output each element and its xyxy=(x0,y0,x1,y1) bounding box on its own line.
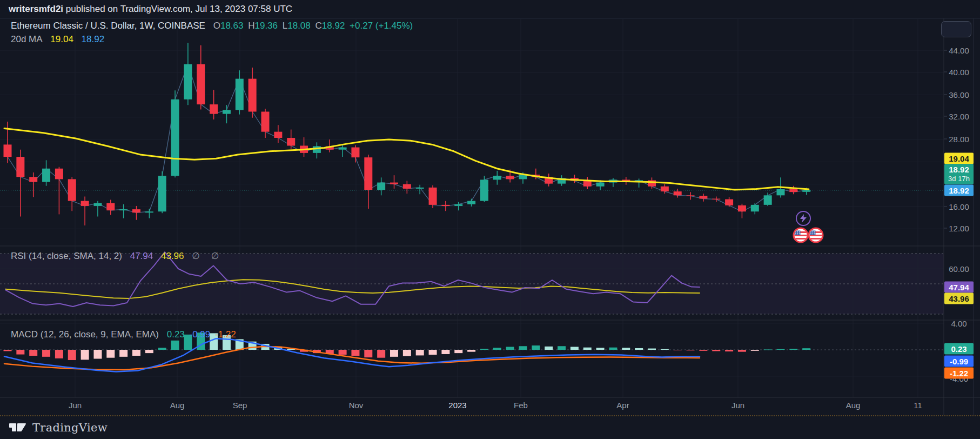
low-value: 18.08 xyxy=(287,21,311,31)
axis-settings-button[interactable] xyxy=(941,21,971,37)
macd-signal-value: -1.22 xyxy=(215,329,236,340)
high-value: 19.36 xyxy=(254,21,278,31)
time-axis-label: Jun xyxy=(69,401,82,410)
time-axis-label: Sep xyxy=(233,401,247,410)
axis-tick-label: 32.00 xyxy=(944,112,974,121)
macd-axis-badge: -1.22 xyxy=(944,368,974,379)
price-legend: Ethereum Classic / U.S. Dollar, 1W, COIN… xyxy=(11,21,413,31)
axis-tick-label: 4.00 xyxy=(944,319,974,328)
footer-bar: TradingView xyxy=(0,415,980,439)
rsi-title[interactable]: RSI (14, close, SMA, 14, 2) xyxy=(11,251,122,261)
time-axis-label: Nov xyxy=(349,401,364,410)
close-value: 18.92 xyxy=(322,21,345,31)
macd-legend: MACD (12, 26, close, 9, EMA, EMA) 0.23 -… xyxy=(11,329,236,340)
tradingview-wordmark[interactable]: TradingView xyxy=(32,421,108,434)
chart-canvas[interactable] xyxy=(0,0,980,421)
tradingview-snapshot-page: writersmfd2i published on TradingView.co… xyxy=(0,0,980,439)
ma-label[interactable]: 20d MA xyxy=(11,34,43,44)
low-label: L xyxy=(283,21,287,31)
us-flag-icon xyxy=(793,227,809,243)
time-axis-label: Aug xyxy=(170,401,185,410)
axis-tick-label: 44.00 xyxy=(944,46,974,55)
rsi-ma-value: 43.96 xyxy=(161,251,184,261)
price-axis-badge: 19.04 xyxy=(944,153,974,164)
close-label: C xyxy=(316,21,322,31)
open-label: O xyxy=(213,21,220,31)
rsi-legend: RSI (14, close, SMA, 14, 2) 47.94 43.96 … xyxy=(11,250,224,262)
time-axis-label: Feb xyxy=(514,401,528,410)
ma-legend: 20d MA 19.04 18.92 xyxy=(11,34,104,45)
axis-tick-label: 40.00 xyxy=(944,68,974,77)
ma-value: 19.04 xyxy=(50,34,73,44)
macd-axis-badge: 0.23 xyxy=(944,343,974,355)
macd-axis-badge: -0.99 xyxy=(944,356,974,367)
us-flag-event-icon[interactable] xyxy=(808,227,824,243)
open-value: 18.63 xyxy=(220,21,244,31)
rsi-axis-badge: 47.94 xyxy=(944,282,974,293)
axis-tick-label: 60.00 xyxy=(944,264,974,274)
rsi-axis-badge: 43.96 xyxy=(944,293,974,304)
axis-tick-label: 28.00 xyxy=(944,135,974,144)
time-axis-label: 2023 xyxy=(448,401,466,410)
us-flag-event-icon[interactable] xyxy=(793,227,809,243)
lightning-bolt-icon xyxy=(800,214,807,223)
high-label: H xyxy=(248,21,254,31)
rsi-value: 47.94 xyxy=(130,251,153,261)
ma-close-value: 18.92 xyxy=(82,34,105,44)
symbol-title[interactable]: Ethereum Classic / U.S. Dollar, 1W, COIN… xyxy=(11,21,205,31)
macd-line-value: -0.99 xyxy=(190,329,211,340)
time-axis-label: Aug xyxy=(846,401,861,410)
rsi-empty-values: ∅ ∅ xyxy=(192,251,223,261)
time-axis-label: Apr xyxy=(616,401,629,410)
macd-title[interactable]: MACD (12, 26, close, 9, EMA, EMA) xyxy=(11,329,159,340)
price-axis-badge: 18.92 xyxy=(944,185,974,196)
axis-tick-label: 16.00 xyxy=(944,202,974,211)
countdown-timer: 3d 17h xyxy=(944,174,974,183)
axis-tick-label: 12.00 xyxy=(944,224,974,233)
axis-tick-label: 36.00 xyxy=(944,90,974,99)
time-axis-label: Jun xyxy=(731,401,744,410)
price-axis-badge: 18.923d 17h xyxy=(944,164,974,184)
us-flag-icon xyxy=(808,227,824,243)
lightning-event-icon[interactable] xyxy=(796,211,811,226)
time-axis-label: 11 xyxy=(914,401,922,410)
change-value: +0.27 (+1.45%) xyxy=(350,21,413,31)
macd-hist-value: 0.23 xyxy=(167,329,185,340)
tradingview-logo-icon[interactable] xyxy=(9,421,27,435)
